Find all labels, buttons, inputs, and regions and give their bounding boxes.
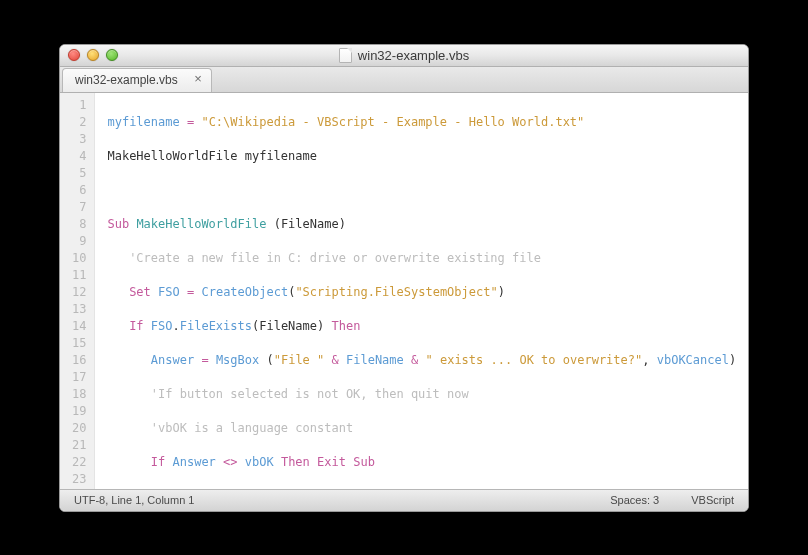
line-number: 9 xyxy=(72,233,86,250)
line-number: 18 xyxy=(72,386,86,403)
editor-window: win32-example.vbs win32-example.vbs × 12… xyxy=(59,44,749,512)
line-number: 11 xyxy=(72,267,86,284)
status-bar: UTF-8, Line 1, Column 1 Spaces: 3 VBScri… xyxy=(60,489,748,511)
line-number: 8 xyxy=(72,216,86,233)
line-number: 6 xyxy=(72,182,86,199)
status-language[interactable]: VBScript xyxy=(691,494,734,506)
status-encoding-position[interactable]: UTF-8, Line 1, Column 1 xyxy=(74,494,194,506)
zoom-icon[interactable] xyxy=(106,49,118,61)
line-number: 21 xyxy=(72,437,86,454)
window-title-text: win32-example.vbs xyxy=(358,48,469,63)
line-number: 14 xyxy=(72,318,86,335)
document-icon xyxy=(339,48,352,63)
line-number: 22 xyxy=(72,454,86,471)
titlebar[interactable]: win32-example.vbs xyxy=(60,45,748,67)
window-title: win32-example.vbs xyxy=(60,48,748,63)
line-number: 15 xyxy=(72,335,86,352)
close-tab-icon[interactable]: × xyxy=(191,73,205,87)
line-number: 2 xyxy=(72,114,86,131)
line-number: 16 xyxy=(72,352,86,369)
line-number: 1 xyxy=(72,97,86,114)
code-content[interactable]: myfilename = "C:\Wikipedia - VBScript - … xyxy=(95,93,748,489)
editor-area: 1234567891011121314151617181920212223 my… xyxy=(60,93,748,489)
line-number: 3 xyxy=(72,131,86,148)
status-indent[interactable]: Spaces: 3 xyxy=(610,494,659,506)
line-number: 23 xyxy=(72,471,86,488)
line-number: 5 xyxy=(72,165,86,182)
minimize-icon[interactable] xyxy=(87,49,99,61)
line-number: 4 xyxy=(72,148,86,165)
line-number: 7 xyxy=(72,199,86,216)
line-number: 10 xyxy=(72,250,86,267)
tab-bar: win32-example.vbs × xyxy=(60,67,748,93)
traffic-lights xyxy=(60,49,118,61)
close-icon[interactable] xyxy=(68,49,80,61)
tab-file[interactable]: win32-example.vbs × xyxy=(62,68,212,92)
line-number: 19 xyxy=(72,403,86,420)
line-number-gutter: 1234567891011121314151617181920212223 xyxy=(60,93,95,489)
tab-label: win32-example.vbs xyxy=(75,73,178,87)
line-number: 20 xyxy=(72,420,86,437)
line-number: 12 xyxy=(72,284,86,301)
line-number: 17 xyxy=(72,369,86,386)
line-number: 13 xyxy=(72,301,86,318)
